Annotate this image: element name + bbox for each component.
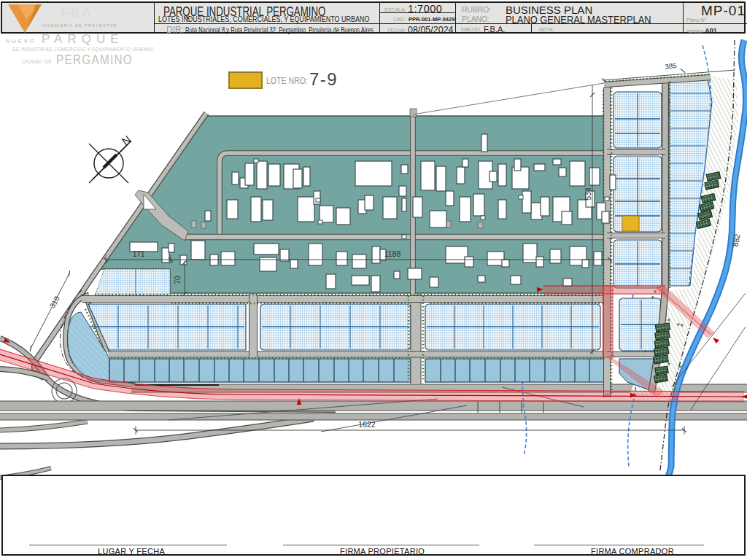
svg-text:385: 385 — [665, 61, 677, 71]
svg-text:534: 534 — [584, 187, 592, 201]
svg-text:171: 171 — [133, 250, 145, 258]
svg-text:1188: 1188 — [384, 249, 401, 258]
svg-text:70: 70 — [174, 276, 182, 284]
svg-text:1622: 1622 — [358, 420, 376, 429]
